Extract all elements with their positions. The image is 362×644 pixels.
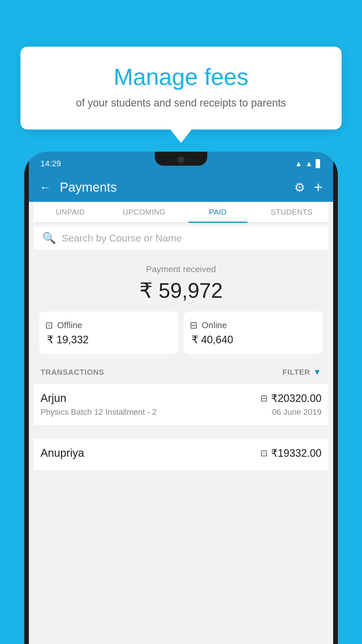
speech-bubble: Manage fees of your students and send re…: [20, 47, 342, 130]
transactions-label: TRANSACTIONS: [41, 368, 104, 377]
transaction-amount-wrap-2: ⊡ ₹19332.00: [260, 447, 321, 459]
app-bar: ← Payments ⚙ +: [29, 173, 333, 202]
transactions-header: TRANSACTIONS FILTER ▼: [34, 363, 328, 381]
wifi-icon: ▲: [295, 159, 303, 168]
tab-students[interactable]: STUDENTS: [255, 202, 328, 222]
offline-amount: ₹ 19,332: [45, 334, 172, 346]
payment-summary: Payment received ₹ 59,972 ⊡ Offline ₹ 19…: [34, 253, 328, 363]
offline-icon: ⊡: [45, 320, 53, 331]
transaction-row-1[interactable]: Arjun ⊟ ₹20320.00 Physics Batch 12 Insta…: [34, 384, 328, 425]
phone-camera: [177, 156, 185, 164]
offline-card: ⊡ Offline ₹ 19,332: [39, 312, 178, 354]
phone-notch: [155, 152, 207, 166]
filter-label: FILTER: [282, 368, 310, 377]
search-bar[interactable]: 🔍 Search by Course or Name: [34, 226, 328, 250]
status-time: 14:29: [41, 159, 61, 168]
bubble-subtitle: of your students and send receipts to pa…: [35, 97, 327, 109]
online-card: ⊟ Online ₹ 40,640: [184, 312, 323, 354]
offline-label: Offline: [57, 320, 82, 330]
add-button[interactable]: +: [314, 178, 323, 196]
transaction-date-1: 06 June 2019: [272, 407, 321, 417]
app-title: Payments: [60, 180, 288, 195]
settings-button[interactable]: ⚙: [294, 180, 305, 195]
transaction-amount-1: ₹20320.00: [271, 392, 321, 405]
tabs-container: UNPAID UPCOMING PAID STUDENTS: [34, 202, 328, 223]
payment-cards: ⊡ Offline ₹ 19,332 ⊟ Online ₹ 40,640: [39, 312, 323, 354]
tab-paid[interactable]: PAID: [181, 202, 255, 222]
filter-icon: ▼: [313, 368, 321, 377]
transaction-name-1: Arjun: [41, 392, 66, 405]
battery-icon: ▊: [316, 159, 321, 168]
payment-received-label: Payment received: [39, 264, 323, 274]
phone-screen: 14:29 ▲ ▲ ▊ ← Payments ⚙ + UNPAID UPCOMI…: [29, 152, 333, 644]
app-bar-actions: ⚙ +: [294, 178, 323, 196]
payment-total: ₹ 59,972: [39, 278, 323, 303]
transaction-type-icon-1: ⊟: [260, 393, 268, 403]
status-icons: ▲ ▲ ▊: [295, 159, 321, 168]
tab-unpaid[interactable]: UNPAID: [34, 202, 107, 222]
bubble-title: Manage fees: [35, 64, 327, 90]
transaction-row-2[interactable]: Anupriya ⊡ ₹19332.00: [34, 439, 328, 471]
online-icon: ⊟: [190, 320, 198, 331]
transaction-detail-1: Physics Batch 12 Installment - 2: [41, 407, 157, 417]
transaction-amount-2: ₹19332.00: [271, 447, 321, 459]
search-placeholder-text: Search by Course or Name: [62, 232, 182, 244]
signal-icon: ▲: [305, 159, 313, 168]
transaction-name-2: Anupriya: [41, 447, 84, 459]
tab-upcoming[interactable]: UPCOMING: [107, 202, 181, 222]
back-button[interactable]: ←: [39, 181, 51, 194]
search-icon: 🔍: [42, 232, 56, 244]
transaction-amount-wrap-1: ⊟ ₹20320.00: [260, 392, 321, 405]
filter-button[interactable]: FILTER ▼: [282, 368, 321, 377]
phone-frame: 14:29 ▲ ▲ ▊ ← Payments ⚙ + UNPAID UPCOMI…: [24, 152, 338, 644]
transaction-type-icon-2: ⊡: [260, 448, 268, 458]
online-label: Online: [202, 320, 227, 330]
online-amount: ₹ 40,640: [190, 334, 317, 346]
